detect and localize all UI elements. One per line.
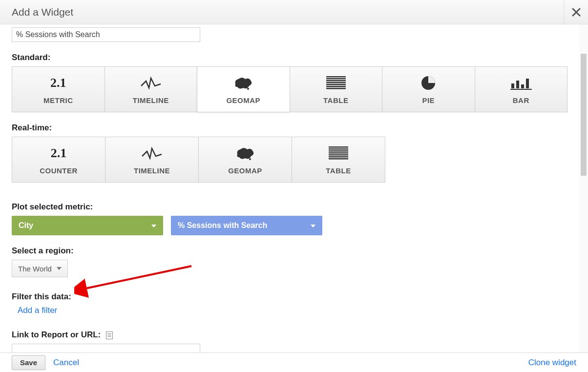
realtime-widgets-row: 2.1COUNTERTIMELINEGEOMAPTABLE	[12, 137, 567, 183]
widget-type-label: GEOMAP	[226, 96, 260, 104]
close-icon	[572, 8, 581, 17]
add-filter-link[interactable]: Add a filter	[18, 306, 57, 315]
widget-type-realtime-timeline[interactable]: TIMELINE	[105, 137, 199, 183]
widget-type-label: TIMELINE	[133, 96, 169, 104]
svg-point-14	[249, 158, 251, 160]
metric-value: % Sessions with Search	[178, 221, 267, 230]
svg-rect-5	[326, 84, 346, 85]
section-region-label: Select a region:	[12, 246, 567, 256]
section-filter-label: Filter this data:	[12, 292, 567, 302]
region-select[interactable]: The World	[12, 260, 68, 277]
widget-type-standard-pie[interactable]: PIE	[382, 66, 475, 112]
dialog-header: Add a Widget	[0, 0, 588, 24]
svg-rect-19	[329, 154, 348, 156]
dialog-body: Standard: 2.1METRICTIMELINEGEOMAPTABLEPI…	[0, 24, 579, 352]
widget-type-standard-bar[interactable]: BAR	[475, 66, 568, 112]
timeline-icon	[141, 145, 163, 162]
svg-rect-9	[511, 83, 514, 88]
section-link-report-label: Link to Report or URL:	[12, 330, 567, 340]
svg-rect-20	[329, 156, 348, 158]
svg-rect-7	[326, 88, 346, 89]
add-widget-dialog: Add a Widget Standard: 2.1METRICTIMELINE…	[0, 0, 588, 372]
save-button[interactable]: Save	[12, 355, 45, 370]
caret-down-icon	[57, 267, 62, 270]
svg-rect-4	[326, 82, 346, 83]
widget-type-standard-table[interactable]: TABLE	[290, 66, 383, 112]
clone-widget-link[interactable]: Clone widget	[528, 358, 576, 368]
widget-type-label: COUNTER	[40, 166, 78, 175]
num-icon: 2.1	[51, 145, 67, 162]
scrollbar-thumb[interactable]	[581, 54, 587, 176]
standard-widgets-row: 2.1METRICTIMELINEGEOMAPTABLEPIEBAR	[12, 66, 567, 112]
widget-type-realtime-geomap[interactable]: GEOMAP	[198, 137, 292, 183]
metric-dropdown[interactable]: % Sessions with Search	[171, 216, 322, 235]
svg-rect-18	[329, 152, 348, 154]
table-icon	[326, 75, 346, 91]
report-icon	[106, 331, 113, 339]
dialog-footer: Save Cancel Clone widget	[0, 352, 588, 372]
svg-rect-21	[329, 158, 348, 160]
region-value: The World	[18, 265, 52, 273]
svg-rect-13	[510, 89, 532, 90]
svg-rect-16	[329, 148, 348, 150]
widget-type-realtime-table[interactable]: TABLE	[292, 137, 385, 183]
section-realtime-label: Real-time:	[12, 123, 567, 133]
svg-rect-2	[326, 78, 346, 80]
close-button[interactable]	[564, 0, 588, 24]
section-standard-label: Standard:	[12, 53, 567, 62]
widget-type-standard-metric[interactable]: 2.1METRIC	[12, 66, 105, 112]
caret-down-icon	[151, 225, 156, 227]
timeline-icon	[140, 75, 162, 91]
widget-type-label: TIMELINE	[134, 166, 170, 175]
pie-icon	[420, 75, 436, 91]
bar-icon	[510, 75, 532, 91]
widget-type-label: TABLE	[326, 166, 351, 175]
svg-rect-3	[326, 80, 346, 82]
svg-rect-12	[526, 79, 529, 88]
svg-point-0	[247, 88, 249, 90]
svg-rect-6	[326, 86, 346, 87]
scrollbar[interactable]	[579, 24, 588, 352]
svg-rect-11	[521, 84, 524, 88]
table-icon	[329, 145, 348, 162]
link-report-input[interactable]	[12, 344, 200, 352]
caret-down-icon	[311, 225, 315, 227]
dimension-value: City	[19, 221, 33, 230]
num-icon: 2.1	[50, 75, 66, 91]
geomap-icon	[232, 75, 254, 91]
widget-type-standard-timeline[interactable]: TIMELINE	[105, 66, 198, 112]
dimension-dropdown[interactable]: City	[12, 216, 163, 235]
svg-rect-10	[516, 81, 519, 88]
widget-type-label: GEOMAP	[228, 166, 262, 175]
geomap-icon	[234, 145, 256, 162]
widget-type-label: PIE	[422, 96, 435, 104]
widget-type-label: METRIC	[43, 96, 73, 104]
widget-type-label: TABLE	[323, 96, 348, 104]
dialog-title: Add a Widget	[12, 6, 73, 18]
svg-rect-17	[329, 150, 348, 152]
section-plot-label: Plot selected metric:	[12, 202, 567, 212]
widget-type-realtime-counter[interactable]: 2.1COUNTER	[12, 137, 105, 183]
svg-rect-1	[326, 76, 346, 78]
widget-type-label: BAR	[513, 96, 529, 104]
widget-title-input[interactable]	[12, 27, 200, 42]
svg-rect-15	[329, 146, 348, 148]
widget-type-standard-geomap[interactable]: GEOMAP	[197, 66, 290, 112]
cancel-link[interactable]: Cancel	[53, 358, 79, 368]
